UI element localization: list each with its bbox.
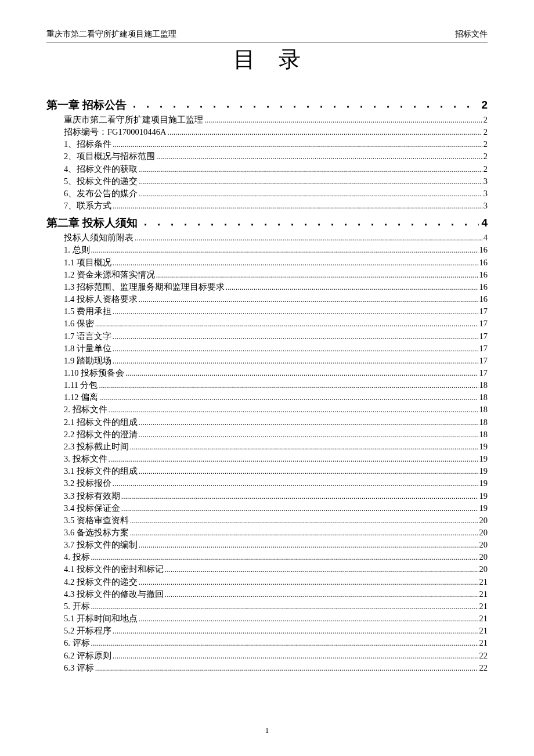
- toc-item: 4.1 投标文件的密封和标记..........................…: [64, 563, 488, 575]
- toc-item-page: 17: [479, 367, 488, 379]
- toc-leader-dots: ........................................…: [139, 466, 478, 477]
- toc-item: 4.2 投标文件的递交.............................…: [64, 576, 488, 588]
- toc-item-label: 3.1 投标文件的组成: [64, 465, 138, 477]
- toc-item: 1.12 偏离.................................…: [64, 391, 488, 404]
- toc-item: 2.1 招标文件的组成.............................…: [64, 416, 488, 429]
- toc-item-label: 1. 总则: [64, 244, 90, 256]
- toc-item-page: 18: [479, 416, 488, 429]
- toc-item: 1.7 语言文字................................…: [64, 330, 488, 343]
- toc-item-page: 16: [479, 244, 488, 256]
- toc-item-label: 6.3 评标: [64, 662, 94, 674]
- toc-item-page: 21: [479, 625, 488, 637]
- toc-item: 5.2 开标程序................................…: [64, 625, 488, 637]
- toc-item-label: 2. 招标文件: [64, 404, 107, 416]
- toc-item-label: 3.6 备选投标方案: [64, 527, 129, 539]
- toc-item: 1.11 分包.................................…: [64, 379, 488, 391]
- toc-leader-dots: ........................................…: [139, 417, 478, 429]
- toc-item-label: 5. 开标: [64, 600, 90, 613]
- toc-chapter-label: 第一章 招标公告: [46, 98, 127, 113]
- toc-item: 招标编号：FG1700010446A......................…: [64, 126, 488, 138]
- toc-item-label: 5.1 开标时间和地点: [64, 613, 138, 625]
- toc-item: 1.5 费用承担................................…: [64, 305, 488, 318]
- toc-item-label: 1.4 投标人资格要求: [64, 293, 138, 305]
- page-number: 1: [0, 726, 534, 735]
- header-right: 招标文件: [455, 29, 488, 39]
- toc-item-label: 3.3 投标有效期: [64, 490, 120, 502]
- toc-item: 4. 投标...................................…: [64, 551, 488, 563]
- toc-leader-dots: ........................................…: [113, 356, 478, 367]
- toc-item-page: 21: [479, 613, 488, 625]
- toc-item-page: 21: [479, 576, 488, 588]
- toc-leader-dots: ........................................…: [113, 307, 478, 318]
- toc-item-label: 1.9 踏勘现场: [64, 355, 111, 367]
- toc-item-label: 3. 投标文件: [64, 453, 107, 465]
- toc-item: 1. 总则...................................…: [64, 244, 488, 256]
- toc-item: 3.4 投标保证金...............................…: [64, 502, 488, 514]
- toc-item-label: 2.3 投标截止时间: [64, 441, 129, 453]
- toc-item-page: 20: [479, 527, 488, 539]
- toc-item: 1.3 招标范围、监理服务期和监理目标要求...................…: [64, 281, 488, 293]
- toc-leader-dots: ........................................…: [95, 663, 478, 674]
- toc-item-page: 2: [484, 150, 488, 163]
- toc-item-page: 16: [479, 257, 488, 269]
- toc-item-page: 2: [484, 138, 488, 150]
- toc-item-page: 17: [479, 305, 488, 318]
- toc-item-label: 2.2 招标文件的澄清: [64, 429, 138, 441]
- toc-leader-dots: ........................................…: [113, 332, 478, 343]
- toc-item: 1、招标条件..................................…: [64, 138, 488, 150]
- toc-leader-dots: ........................................…: [113, 139, 482, 150]
- toc-item-page: 19: [479, 441, 488, 453]
- toc-leader-dots: ........................................…: [113, 344, 478, 355]
- toc-leader-dots: ........................................…: [139, 189, 482, 200]
- toc-leader-dots: ........................................…: [139, 540, 478, 551]
- toc-item-page: 21: [479, 637, 488, 649]
- toc-item-page: 19: [479, 453, 488, 465]
- toc-item: 1.4 投标人资格要求.............................…: [64, 293, 488, 305]
- toc-leader-dots: ........................................…: [139, 294, 478, 305]
- toc-item-page: 19: [479, 490, 488, 502]
- toc-item-page: 18: [479, 404, 488, 416]
- toc-leader-dots: ........................................…: [121, 491, 478, 502]
- toc-item-label: 1.12 偏离: [64, 391, 98, 404]
- toc-item: 2. 招标文件.................................…: [64, 404, 488, 416]
- toc-item-page: 18: [479, 429, 488, 441]
- toc-item: 重庆市第二看守所扩建项目施工监理........................…: [64, 114, 488, 126]
- toc-item-label: 5.2 开标程序: [64, 625, 111, 637]
- toc-item: 3.6 备选投标方案..............................…: [64, 527, 488, 539]
- toc-item-label: 招标编号：FG1700010446A: [64, 126, 167, 138]
- toc-item: 1.1 项目概况................................…: [64, 257, 488, 269]
- toc-leader-dots: ........................................…: [113, 626, 478, 637]
- toc-item: 3.7 投标文件的编制.............................…: [64, 539, 488, 551]
- toc-item: 5. 开标...................................…: [64, 600, 488, 613]
- toc-item-page: 17: [479, 330, 488, 343]
- toc-title: 目录: [46, 45, 488, 74]
- toc-item-page: 20: [479, 563, 488, 575]
- toc-item-page: 2: [484, 126, 488, 138]
- header-left: 重庆市第二看守所扩建项目施工监理: [46, 29, 176, 39]
- toc-leader-dots: ........................................…: [139, 577, 478, 588]
- toc-leader-dots: ........................................…: [204, 115, 482, 126]
- toc-item: 投标人须知前附表................................…: [64, 232, 488, 244]
- toc-item: 2、项目概况与招标范围.............................…: [64, 150, 488, 163]
- toc-leader-dots: ........................................…: [130, 516, 478, 527]
- toc-chapter: 第二章 投标人须知．．．．．．．．．．．．．．．．．．．．．．．．．．．．．．．…: [46, 215, 488, 231]
- toc-item-label: 5、投标文件的递交: [64, 175, 138, 188]
- toc-item-label: 4.2 投标文件的递交: [64, 576, 138, 588]
- toc-item: 7、联系方式..................................…: [64, 200, 488, 212]
- toc-leader-dots: ........................................…: [113, 651, 478, 662]
- toc-item-page: 2: [484, 163, 488, 175]
- toc-leader-dots: ........................................…: [99, 380, 478, 391]
- toc-item-page: 20: [479, 551, 488, 563]
- toc-item-page: 17: [479, 355, 488, 367]
- toc-leader-dots: ........................................…: [109, 405, 478, 416]
- toc-leader-dots: ........................................…: [139, 430, 478, 441]
- toc-item-page: 18: [479, 391, 488, 404]
- toc-item: 3. 投标文件.................................…: [64, 453, 488, 465]
- toc-item: 6. 评标...................................…: [64, 637, 488, 649]
- toc-item-label: 1.5 费用承担: [64, 305, 111, 318]
- toc-leader-dots: ........................................…: [91, 602, 478, 613]
- toc-item-label: 3.4 投标保证金: [64, 502, 120, 514]
- toc-item: 5、投标文件的递交...............................…: [64, 175, 488, 188]
- toc-item-label: 1.6 保密: [64, 318, 94, 330]
- toc-leader-dots: ........................................…: [91, 638, 478, 649]
